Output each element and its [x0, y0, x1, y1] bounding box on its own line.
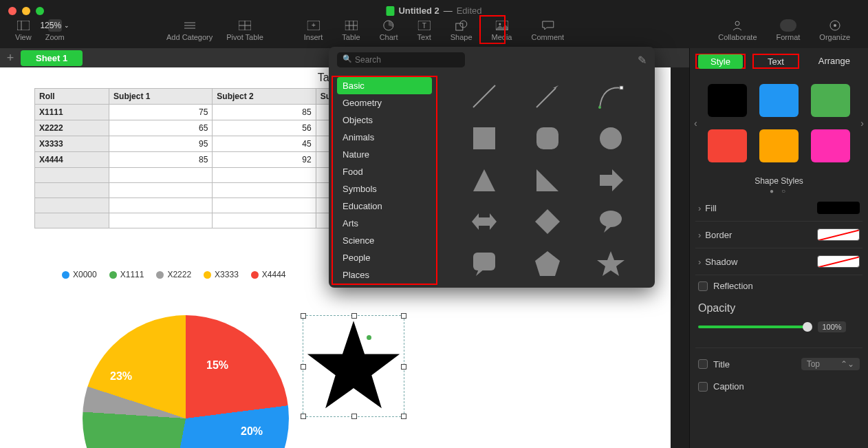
text-button[interactable]: TText — [408, 19, 441, 41]
svg-marker-42 — [535, 251, 560, 276]
cat-symbols[interactable]: Symbols — [333, 180, 436, 198]
col-header[interactable]: Subject 1 — [109, 89, 213, 105]
svg-marker-27 — [553, 85, 558, 88]
legend-item: X2222 — [156, 270, 191, 279]
col-header[interactable]: Subject 2 — [213, 89, 316, 105]
svg-point-38 — [600, 211, 622, 227]
shape-circle[interactable] — [583, 122, 638, 155]
doc-title: Untitled 2 — [398, 6, 439, 16]
rotate-handle[interactable] — [367, 335, 371, 340]
shape-curve[interactable] — [583, 80, 638, 113]
tab-arrange[interactable]: Arrange — [806, 54, 862, 69]
cat-places[interactable]: Places — [333, 266, 436, 284]
caption-checkbox[interactable] — [698, 382, 708, 392]
style-swatch[interactable] — [708, 129, 747, 162]
cat-activities[interactable]: Activities — [333, 284, 436, 288]
window-minimize[interactable] — [22, 7, 30, 15]
opacity-slider[interactable] — [698, 326, 808, 328]
cat-people[interactable]: People — [333, 249, 436, 266]
chart-button[interactable]: Chart — [370, 19, 408, 41]
shape-star[interactable] — [583, 247, 638, 280]
svg-rect-29 — [620, 86, 623, 89]
cat-food[interactable]: Food — [333, 163, 436, 180]
title-checkbox[interactable] — [698, 359, 708, 369]
shape-popover: 🔍 ✎ Basic Geometry Objects Animals Natur… — [329, 47, 655, 288]
view-button[interactable]: View — [8, 19, 39, 41]
add-category-button[interactable]: Add Category — [160, 19, 219, 41]
format-button[interactable]: Format — [767, 19, 810, 41]
shape-arrow-lr[interactable] — [457, 205, 512, 238]
fill-row[interactable]: ›Fill — [695, 195, 862, 222]
style-swatch[interactable] — [759, 84, 799, 117]
svg-rect-30 — [473, 127, 495, 149]
tab-style[interactable]: Style — [698, 54, 743, 69]
shape-right-triangle[interactable] — [520, 164, 575, 197]
border-swatch[interactable] — [817, 228, 860, 241]
edited-label: Edited — [457, 6, 482, 16]
media-button[interactable]: Media — [482, 19, 522, 41]
add-sheet-button[interactable]: + — [0, 51, 21, 65]
cat-science[interactable]: Science — [333, 232, 436, 249]
shadow-row[interactable]: ›Shadow — [695, 248, 862, 275]
shape-arrow-right[interactable] — [583, 164, 638, 197]
shape-line[interactable] — [457, 80, 512, 113]
style-swatch[interactable] — [759, 129, 799, 162]
sheet-tab[interactable]: Sheet 1 — [21, 50, 83, 66]
style-swatch[interactable] — [811, 129, 850, 162]
row-header[interactable]: X4444 — [35, 152, 109, 168]
organize-button[interactable]: Organize — [810, 19, 860, 41]
row-header[interactable]: X1111 — [35, 105, 109, 120]
pivot-table-button[interactable]: Pivot Table — [219, 19, 270, 41]
zoom-button[interactable]: 125%⌄Zoom — [39, 19, 72, 41]
shape-arrow-line[interactable] — [520, 80, 575, 113]
fill-swatch[interactable] — [817, 202, 860, 214]
style-swatch[interactable] — [708, 84, 747, 117]
svg-point-21 — [735, 21, 739, 25]
shape-button[interactable]: Shape — [441, 19, 482, 41]
col-header[interactable]: Roll — [35, 89, 109, 105]
cat-geometry[interactable]: Geometry — [333, 94, 436, 111]
style-next[interactable]: › — [860, 118, 864, 129]
border-row[interactable]: ›Border — [695, 222, 862, 248]
dictation-icon[interactable]: ✎ — [638, 54, 647, 67]
legend-item: X1111 — [109, 270, 144, 279]
shape-pentagon[interactable] — [520, 247, 575, 280]
opacity-value[interactable]: 100% — [818, 321, 845, 332]
svg-rect-0 — [17, 21, 30, 30]
cat-objects[interactable]: Objects — [333, 111, 436, 129]
collaborate-button[interactable]: Collaborate — [708, 19, 766, 41]
cat-arts[interactable]: Arts — [333, 215, 436, 232]
shape-speech-bubble[interactable] — [583, 205, 638, 238]
svg-point-28 — [598, 106, 601, 109]
table-button[interactable]: Table — [332, 19, 369, 41]
reflection-checkbox[interactable] — [698, 281, 708, 291]
title-position-select[interactable]: Top⌃⌄ — [801, 358, 860, 370]
star-shape-selected[interactable] — [303, 315, 404, 417]
shadow-swatch[interactable] — [817, 255, 860, 268]
insert-button[interactable]: +Insert — [294, 19, 333, 41]
tab-text[interactable]: Text — [755, 54, 796, 69]
svg-marker-36 — [472, 213, 497, 230]
cat-nature[interactable]: Nature — [333, 146, 436, 163]
svg-line-26 — [536, 88, 556, 107]
shape-rounded-square[interactable] — [520, 122, 575, 155]
pie-chart[interactable]: 23% 15% 20% — [83, 315, 289, 448]
svg-point-20 — [499, 23, 501, 25]
shape-callout[interactable] — [457, 247, 512, 280]
row-header[interactable]: X3333 — [35, 136, 109, 152]
window-close[interactable] — [8, 7, 17, 15]
svg-point-23 — [834, 24, 836, 27]
cat-animals[interactable]: Animals — [333, 129, 436, 146]
style-swatch[interactable] — [811, 84, 850, 117]
comment-button[interactable]: Comment — [522, 19, 574, 41]
cat-basic[interactable]: Basic — [337, 77, 432, 94]
doc-icon — [386, 6, 394, 16]
svg-marker-43 — [597, 251, 625, 276]
row-header[interactable]: X2222 — [35, 120, 109, 136]
window-zoom[interactable] — [36, 7, 44, 15]
shape-triangle[interactable] — [457, 164, 512, 197]
shape-square[interactable] — [457, 122, 512, 155]
cat-education[interactable]: Education — [333, 198, 436, 215]
shape-search-input[interactable] — [337, 52, 465, 67]
shape-diamond[interactable] — [520, 205, 575, 238]
